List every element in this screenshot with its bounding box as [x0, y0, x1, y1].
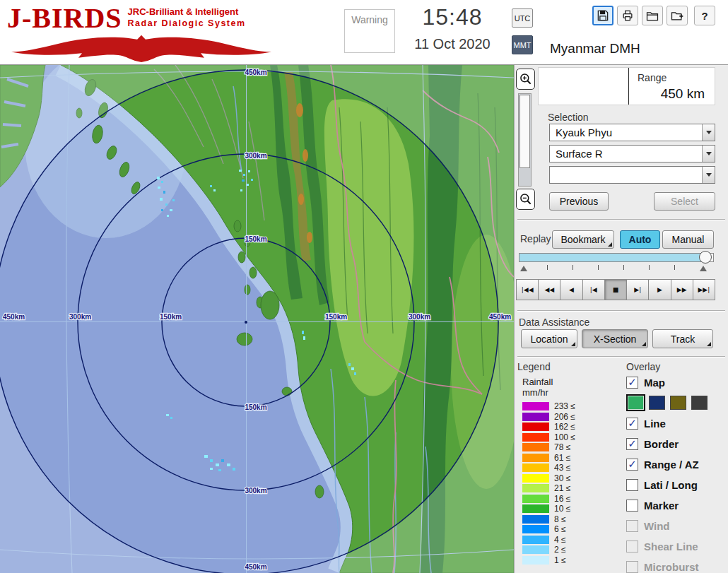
overlay-item-line[interactable]: ✓Line — [626, 415, 727, 431]
range-display: Range 450 km — [538, 67, 715, 105]
auto-button[interactable]: Auto — [620, 230, 660, 249]
location-button[interactable]: Location — [521, 329, 577, 348]
checkbox-marker[interactable] — [626, 500, 638, 512]
site-dropdown[interactable]: Kyauk Phyu — [549, 124, 715, 141]
open-file-button[interactable] — [642, 6, 663, 25]
zoom-in-button[interactable] — [516, 69, 535, 90]
ring-label: 300km — [245, 152, 266, 160]
checkbox-map[interactable]: ✓ — [626, 377, 638, 389]
timeline-progress — [519, 254, 705, 261]
play-reverse-button[interactable]: ◀ — [560, 279, 582, 300]
divider — [517, 219, 725, 220]
step-back-button[interactable]: |◀ — [582, 279, 605, 300]
skip-to-end-button[interactable]: ▶▶| — [693, 279, 715, 300]
overlay-label: Overlay — [626, 361, 660, 372]
fast-rewind-button[interactable]: ◀◀ — [538, 279, 560, 300]
legend-label: Legend — [517, 361, 551, 372]
ring-label: 150km — [245, 403, 266, 411]
legend-value: 8 ≤ — [554, 514, 566, 524]
product-dropdown-arrow-button[interactable] — [702, 146, 715, 162]
timeline-thumb[interactable] — [699, 251, 712, 264]
legend-color-swatch — [522, 536, 549, 544]
export-button[interactable] — [667, 6, 688, 25]
legend-color-swatch — [522, 433, 549, 442]
legend-row: 8 ≤ — [522, 514, 618, 525]
control-panel: Range 450 km Selection Kyauk Phyu Surfac… — [514, 65, 728, 573]
product-dropdown[interactable]: Surface R — [549, 145, 715, 163]
timeline-tick — [598, 265, 599, 270]
overlay-item-marker[interactable]: Marker — [626, 497, 727, 513]
site-dropdown-value: Kyauk Phyu — [550, 126, 702, 138]
previous-button[interactable]: Previous — [549, 192, 609, 211]
skip-to-start-button[interactable]: |◀◀ — [516, 279, 539, 300]
zoom-slider[interactable] — [518, 93, 532, 187]
print-button[interactable] — [617, 6, 638, 25]
legend-color-swatch — [522, 474, 549, 483]
checkbox-line[interactable]: ✓ — [626, 418, 638, 430]
legend-color-swatch — [522, 495, 549, 503]
chevron-down-icon — [706, 131, 712, 134]
mmt-button[interactable]: MMT — [512, 35, 533, 54]
logo-subtitle-2: Radar Dialogic System — [128, 18, 246, 29]
option-dropdown[interactable] — [549, 166, 715, 184]
utc-button[interactable]: UTC — [512, 8, 533, 28]
range-label: Range — [638, 72, 667, 83]
save-button[interactable] — [592, 6, 613, 25]
overlay-item-label: Wind — [644, 520, 670, 532]
timeline-tick — [547, 265, 548, 270]
map-color-swatch-3[interactable] — [691, 396, 708, 410]
ring-label: 150km — [325, 313, 347, 321]
select-button[interactable]: Select — [654, 192, 715, 211]
timeline-start-marker — [520, 266, 527, 271]
map-color-swatch-2[interactable] — [670, 396, 686, 410]
timeline-tick — [649, 265, 650, 270]
product-dropdown-value: Surface R — [550, 148, 702, 160]
replay-timeline[interactable] — [519, 253, 714, 262]
legend-unit-line2: mm/hr — [522, 387, 553, 398]
overlay-item-wind: Wind — [626, 518, 727, 533]
zoom-slider-thumb[interactable] — [519, 95, 530, 168]
timezone-toggle: UTC MMT — [512, 8, 533, 62]
overlay-item-lati-long[interactable]: Lati / Long — [626, 477, 727, 492]
site-dropdown-arrow-button[interactable] — [702, 124, 715, 141]
legend-value: 6 ≤ — [554, 524, 566, 534]
overlay-item-label: Shear Line — [644, 540, 698, 553]
x-section-button[interactable]: X-Section — [582, 329, 648, 348]
data-assistance-label: Data Assistance — [519, 317, 589, 328]
header: J-BIRDS JRC-Brilliant & Intelligent Rada… — [0, 0, 728, 65]
overlay-item-range-az[interactable]: ✓Range / AZ — [626, 456, 727, 472]
manual-button[interactable]: Manual — [662, 230, 714, 249]
checkbox-range-az[interactable]: ✓ — [626, 459, 638, 471]
legend-value: 1 ≤ — [554, 555, 566, 565]
help-button[interactable]: ? — [694, 6, 715, 25]
legend-color-swatch — [522, 463, 549, 472]
radar-map-display[interactable]: 450km 300km 150km 150km 300km 450km 450k… — [0, 65, 514, 573]
timeline-ticks — [519, 265, 714, 273]
legend-value: 206 ≤ — [554, 412, 575, 422]
legend-row: 43 ≤ — [522, 463, 618, 473]
clock-date: 11 Oct 2020 — [394, 36, 510, 52]
bookmark-button[interactable]: Bookmark — [552, 230, 614, 249]
checkbox-lati-long[interactable] — [626, 479, 638, 491]
ring-label: 300km — [409, 313, 430, 321]
checkbox-border[interactable]: ✓ — [626, 438, 638, 450]
overlay-item-map[interactable]: ✓Map — [626, 374, 727, 390]
warning-label: Warning — [351, 14, 388, 25]
map-color-swatch-1[interactable] — [649, 396, 665, 410]
map-color-swatch-0[interactable] — [628, 396, 644, 410]
ring-label: 150km — [160, 313, 182, 321]
option-dropdown-arrow-button[interactable] — [702, 167, 715, 183]
timeline-position-marker — [700, 266, 707, 271]
overlay-item-border[interactable]: ✓Border — [626, 436, 727, 451]
stop-button[interactable]: ■ — [604, 279, 627, 300]
overlay-item-microburst: Microburst — [626, 559, 727, 573]
step-forward-button[interactable]: ▶| — [626, 279, 649, 300]
overlay-item-label: Line — [644, 418, 666, 430]
warning-indicator[interactable]: Warning — [344, 9, 395, 53]
legend-color-swatch — [522, 443, 549, 451]
fast-forward-button[interactable]: ▶▶ — [671, 279, 693, 300]
overlay-item-label: Marker — [644, 500, 679, 512]
track-button[interactable]: Track — [652, 329, 713, 348]
zoom-out-button[interactable] — [516, 189, 535, 210]
play-button[interactable]: ▶ — [648, 279, 671, 300]
